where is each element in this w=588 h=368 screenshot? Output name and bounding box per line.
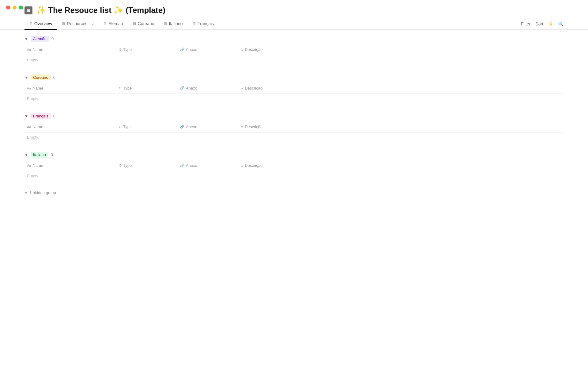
col-name-frances: Aa Name [24,123,116,130]
col-name-italiano: Aa Name [24,162,116,169]
tab-resources-list[interactable]: ⊞ Resources list [57,18,99,30]
empty-label-alemao: Empty. [24,55,564,65]
chevron-icon-coreano: ▼ [24,75,28,80]
name-col-icon: Aa [27,48,31,52]
col-name-alemao: Aa Name [24,46,116,53]
tab-coreano-icon: ⊞ [133,21,136,26]
col-anexo-italiano: 🔗 Anexo [178,162,239,169]
close-button[interactable] [6,6,10,10]
col-descricao-alemao: ≡ Descrição [239,46,564,53]
col-descricao-italiano: ≡ Descrição [239,162,564,169]
tab-alemao[interactable]: ⊞ Alemão [99,18,128,30]
group-badge-frances: Français [31,113,51,119]
anexo-col-icon-f: 🔗 [180,125,184,129]
titlebar: ⊞ ✨ The Resouce list ✨ (Template) [0,0,588,18]
minimize-button[interactable] [13,6,17,10]
name-col-icon-c: Aa [27,86,31,90]
group-coreano: ▼ Coreano 0 Aa Name ⊙ Type 🔗 Anexo ≡ Des… [24,75,564,103]
tab-overview[interactable]: ⊞ Overview [24,18,57,30]
search-button[interactable]: 🔍 [558,21,564,26]
group-badge-coreano: Coreano [31,75,51,80]
table-header-frances: Aa Name ⊙ Type 🔗 Anexo ≡ Descrição [24,121,564,132]
type-col-icon: ⊙ [119,48,122,52]
col-name-coreano: Aa Name [24,85,116,92]
bolt-button[interactable]: ⚡ [548,21,553,26]
tab-resources-icon: ⊞ [62,21,65,26]
tab-italiano-icon: ⊞ [164,21,167,26]
chevron-icon-alemao: ▼ [24,37,28,41]
sort-button[interactable]: Sort [535,21,543,26]
type-col-icon-i: ⊙ [119,163,122,167]
group-count-alemao: 0 [51,36,54,41]
col-type-frances: ⊙ Type [116,123,178,130]
col-type-italiano: ⊙ Type [116,162,178,169]
tab-frances-icon: ⊞ [193,21,196,26]
chevron-icon-italiano: ▼ [24,153,28,157]
name-col-icon-f: Aa [27,125,31,129]
chevron-icon-frances: ▼ [24,114,28,118]
col-anexo-alemao: 🔗 Anexo [178,46,239,53]
hidden-group-chevron-icon: ∨ [24,190,28,195]
tab-coreano[interactable]: ⊞ Coreano [128,18,159,30]
anexo-col-icon-i: 🔗 [180,163,184,167]
table-header-italiano: Aa Name ⊙ Type 🔗 Anexo ≡ Descrição [24,160,564,171]
empty-label-coreano: Empty. [24,94,564,103]
tab-frances[interactable]: ⊞ Français [188,18,219,30]
group-italiano: ▼ Italiano 0 Aa Name ⊙ Type 🔗 Anexo ≡ De… [24,152,564,181]
group-header-italiano[interactable]: ▼ Italiano 0 [24,152,564,158]
main-content: ▼ Alemão 0 Aa Name ⊙ Type 🔗 Anexo ≡ Desc… [0,30,588,201]
col-descricao-coreano: ≡ Descrição [239,85,564,92]
hidden-group-label: 1 hidden group [29,190,56,195]
maximize-button[interactable] [19,6,23,10]
search-icon: 🔍 [558,21,564,26]
group-header-coreano[interactable]: ▼ Coreano 0 [24,75,564,80]
col-anexo-coreano: 🔗 Anexo [178,85,239,92]
filter-button[interactable]: Filter [521,21,530,26]
hidden-group[interactable]: ∨ 1 hidden group [24,190,564,195]
group-count-coreano: 0 [53,75,55,80]
group-count-frances: 0 [53,114,55,118]
bolt-icon: ⚡ [548,21,553,26]
descricao-col-icon: ≡ [241,48,243,52]
page-icon: ⊞ [24,6,32,14]
group-header-frances[interactable]: ▼ Français 0 [24,113,564,119]
table-header-alemao: Aa Name ⊙ Type 🔗 Anexo ≡ Descrição [24,44,564,55]
col-type-alemao: ⊙ Type [116,46,178,53]
group-header-alemao[interactable]: ▼ Alemão 0 [24,36,564,42]
group-badge-italiano: Italiano [31,152,48,158]
col-type-coreano: ⊙ Type [116,85,178,92]
type-col-icon-f: ⊙ [119,125,122,129]
descricao-col-icon-i: ≡ [241,164,243,167]
window-controls [6,6,23,10]
group-count-italiano: 0 [51,152,53,157]
group-alemao: ▼ Alemão 0 Aa Name ⊙ Type 🔗 Anexo ≡ Desc… [24,36,564,65]
tab-bar: ⊞ Overview ⊞ Resources list ⊞ Alemão ⊞ C… [0,18,588,30]
anexo-col-icon-c: 🔗 [180,86,184,90]
name-col-icon-i: Aa [27,164,31,167]
table-header-coreano: Aa Name ⊙ Type 🔗 Anexo ≡ Descrição [24,83,564,94]
empty-label-frances: Empty. [24,132,564,142]
col-anexo-frances: 🔗 Anexo [178,123,239,130]
group-badge-alemao: Alemão [31,36,49,42]
toolbar: Filter Sort ⚡ 🔍 [521,21,564,26]
group-frances: ▼ Français 0 Aa Name ⊙ Type 🔗 Anexo ≡ De… [24,113,564,142]
col-descricao-frances: ≡ Descrição [239,123,564,130]
type-col-icon-c: ⊙ [119,86,122,90]
tab-overview-icon: ⊞ [29,21,32,26]
page-title: ✨ The Resouce list ✨ (Template) [36,6,165,15]
descricao-col-icon-c: ≡ [241,86,243,90]
anexo-col-icon: 🔗 [180,48,184,52]
empty-label-italiano: Empty. [24,171,564,181]
descricao-col-icon-f: ≡ [241,125,243,129]
tab-alemao-icon: ⊞ [104,21,107,26]
tab-italiano[interactable]: ⊞ Italiano [159,18,187,30]
